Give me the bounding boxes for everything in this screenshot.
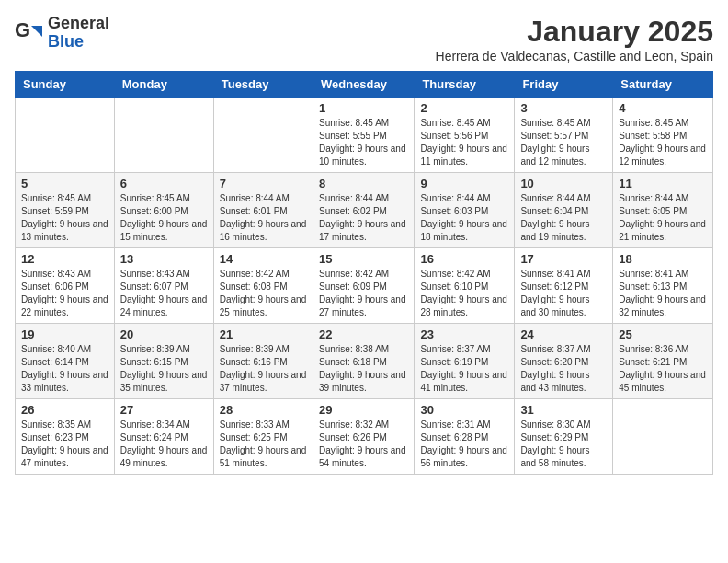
calendar-cell: 3Sunrise: 8:45 AM Sunset: 5:57 PM Daylig…	[515, 98, 613, 173]
calendar-cell: 9Sunrise: 8:44 AM Sunset: 6:03 PM Daylig…	[415, 173, 515, 248]
day-info: Sunrise: 8:39 AM Sunset: 6:16 PM Dayligh…	[220, 343, 307, 395]
calendar-header-monday: Monday	[114, 72, 213, 98]
day-info: Sunrise: 8:45 AM Sunset: 5:57 PM Dayligh…	[520, 117, 607, 168]
calendar-cell: 13Sunrise: 8:43 AM Sunset: 6:07 PM Dayli…	[114, 248, 213, 324]
day-number: 4	[619, 101, 707, 115]
calendar-cell	[213, 98, 313, 173]
calendar-cell: 16Sunrise: 8:42 AM Sunset: 6:10 PM Dayli…	[415, 248, 515, 324]
day-info: Sunrise: 8:44 AM Sunset: 6:03 PM Dayligh…	[420, 192, 508, 244]
calendar-cell: 19Sunrise: 8:40 AM Sunset: 6:14 PM Dayli…	[16, 324, 115, 399]
day-info: Sunrise: 8:44 AM Sunset: 6:04 PM Dayligh…	[520, 192, 607, 244]
calendar-cell: 20Sunrise: 8:39 AM Sunset: 6:15 PM Dayli…	[114, 324, 213, 399]
day-info: Sunrise: 8:35 AM Sunset: 6:23 PM Dayligh…	[21, 419, 108, 470]
day-info: Sunrise: 8:38 AM Sunset: 6:18 PM Dayligh…	[319, 343, 408, 395]
svg-text:G: G	[15, 18, 30, 41]
day-number: 2	[420, 101, 508, 115]
calendar-cell: 29Sunrise: 8:32 AM Sunset: 6:26 PM Dayli…	[313, 399, 414, 475]
day-number: 6	[120, 177, 208, 190]
month-title: January 2025	[436, 15, 713, 49]
calendar-cell: 4Sunrise: 8:45 AM Sunset: 5:58 PM Daylig…	[613, 98, 713, 173]
calendar-header-saturday: Saturday	[613, 72, 713, 98]
day-number: 7	[220, 177, 307, 190]
calendar-cell	[16, 98, 115, 173]
day-number: 11	[619, 177, 707, 190]
calendar-cell: 14Sunrise: 8:42 AM Sunset: 6:08 PM Dayli…	[213, 248, 313, 324]
calendar-cell	[613, 399, 713, 475]
calendar-header-friday: Friday	[515, 72, 613, 98]
day-info: Sunrise: 8:41 AM Sunset: 6:13 PM Dayligh…	[619, 268, 707, 319]
day-number: 8	[319, 177, 408, 190]
day-info: Sunrise: 8:39 AM Sunset: 6:15 PM Dayligh…	[120, 343, 208, 395]
day-info: Sunrise: 8:43 AM Sunset: 6:06 PM Dayligh…	[21, 268, 108, 319]
day-info: Sunrise: 8:43 AM Sunset: 6:07 PM Dayligh…	[120, 268, 208, 319]
calendar-week-row: 1Sunrise: 8:45 AM Sunset: 5:55 PM Daylig…	[16, 98, 713, 173]
calendar-header-thursday: Thursday	[415, 72, 515, 98]
day-number: 14	[220, 252, 307, 266]
day-info: Sunrise: 8:33 AM Sunset: 6:25 PM Dayligh…	[220, 419, 307, 470]
day-number: 28	[220, 403, 307, 417]
day-number: 13	[120, 252, 208, 266]
day-info: Sunrise: 8:45 AM Sunset: 5:56 PM Dayligh…	[420, 117, 508, 168]
day-number: 29	[319, 403, 408, 417]
calendar-cell: 28Sunrise: 8:33 AM Sunset: 6:25 PM Dayli…	[213, 399, 313, 475]
calendar-header-row: SundayMondayTuesdayWednesdayThursdayFrid…	[16, 72, 713, 98]
day-info: Sunrise: 8:44 AM Sunset: 6:05 PM Dayligh…	[619, 192, 707, 244]
logo-icon: G	[15, 18, 44, 48]
logo: G General Blue	[15, 15, 109, 52]
day-info: Sunrise: 8:31 AM Sunset: 6:28 PM Dayligh…	[420, 419, 508, 470]
calendar-cell: 30Sunrise: 8:31 AM Sunset: 6:28 PM Dayli…	[415, 399, 515, 475]
header: G General Blue January 2025 Herrera de V…	[15, 15, 713, 63]
day-info: Sunrise: 8:40 AM Sunset: 6:14 PM Dayligh…	[21, 343, 108, 395]
calendar-week-row: 19Sunrise: 8:40 AM Sunset: 6:14 PM Dayli…	[16, 324, 713, 399]
day-number: 24	[520, 327, 607, 341]
calendar-cell: 8Sunrise: 8:44 AM Sunset: 6:02 PM Daylig…	[313, 173, 414, 248]
day-number: 19	[21, 327, 108, 341]
day-number: 9	[420, 177, 508, 190]
calendar-week-row: 12Sunrise: 8:43 AM Sunset: 6:06 PM Dayli…	[16, 248, 713, 324]
day-info: Sunrise: 8:45 AM Sunset: 5:59 PM Dayligh…	[21, 192, 108, 244]
calendar-cell: 15Sunrise: 8:42 AM Sunset: 6:09 PM Dayli…	[313, 248, 414, 324]
day-number: 15	[319, 252, 408, 266]
calendar-header-tuesday: Tuesday	[213, 72, 313, 98]
calendar-cell: 27Sunrise: 8:34 AM Sunset: 6:24 PM Dayli…	[114, 399, 213, 475]
calendar-cell: 11Sunrise: 8:44 AM Sunset: 6:05 PM Dayli…	[613, 173, 713, 248]
day-number: 17	[520, 252, 607, 266]
day-info: Sunrise: 8:32 AM Sunset: 6:26 PM Dayligh…	[319, 419, 408, 470]
day-number: 23	[420, 327, 508, 341]
day-number: 1	[319, 101, 408, 115]
day-number: 26	[21, 403, 108, 417]
day-number: 5	[21, 177, 108, 190]
calendar-cell: 22Sunrise: 8:38 AM Sunset: 6:18 PM Dayli…	[313, 324, 414, 399]
calendar-cell: 17Sunrise: 8:41 AM Sunset: 6:12 PM Dayli…	[515, 248, 613, 324]
day-number: 31	[520, 403, 607, 417]
day-info: Sunrise: 8:34 AM Sunset: 6:24 PM Dayligh…	[120, 419, 208, 470]
calendar-cell: 7Sunrise: 8:44 AM Sunset: 6:01 PM Daylig…	[213, 173, 313, 248]
calendar-cell: 25Sunrise: 8:36 AM Sunset: 6:21 PM Dayli…	[613, 324, 713, 399]
day-info: Sunrise: 8:30 AM Sunset: 6:29 PM Dayligh…	[520, 419, 607, 470]
day-info: Sunrise: 8:42 AM Sunset: 6:10 PM Dayligh…	[420, 268, 508, 319]
day-number: 22	[319, 327, 408, 341]
calendar-cell: 12Sunrise: 8:43 AM Sunset: 6:06 PM Dayli…	[16, 248, 115, 324]
day-number: 27	[120, 403, 208, 417]
day-info: Sunrise: 8:42 AM Sunset: 6:09 PM Dayligh…	[319, 268, 408, 319]
day-info: Sunrise: 8:36 AM Sunset: 6:21 PM Dayligh…	[619, 343, 707, 395]
calendar-cell: 10Sunrise: 8:44 AM Sunset: 6:04 PM Dayli…	[515, 173, 613, 248]
day-number: 21	[220, 327, 307, 341]
calendar-cell: 21Sunrise: 8:39 AM Sunset: 6:16 PM Dayli…	[213, 324, 313, 399]
calendar-cell: 23Sunrise: 8:37 AM Sunset: 6:19 PM Dayli…	[415, 324, 515, 399]
day-info: Sunrise: 8:44 AM Sunset: 6:01 PM Dayligh…	[220, 192, 307, 244]
calendar-week-row: 5Sunrise: 8:45 AM Sunset: 5:59 PM Daylig…	[16, 173, 713, 248]
calendar-table: SundayMondayTuesdayWednesdayThursdayFrid…	[15, 71, 713, 475]
calendar-cell: 1Sunrise: 8:45 AM Sunset: 5:55 PM Daylig…	[313, 98, 414, 173]
day-number: 10	[520, 177, 607, 190]
title-area: January 2025 Herrera de Valdecanas, Cast…	[436, 15, 713, 63]
calendar-header-wednesday: Wednesday	[313, 72, 414, 98]
logo-general-text: General	[48, 15, 109, 33]
day-info: Sunrise: 8:45 AM Sunset: 6:00 PM Dayligh…	[120, 192, 208, 244]
calendar-cell: 5Sunrise: 8:45 AM Sunset: 5:59 PM Daylig…	[16, 173, 115, 248]
calendar-cell: 24Sunrise: 8:37 AM Sunset: 6:20 PM Dayli…	[515, 324, 613, 399]
day-info: Sunrise: 8:42 AM Sunset: 6:08 PM Dayligh…	[220, 268, 307, 319]
location-subtitle: Herrera de Valdecanas, Castille and Leon…	[436, 49, 713, 63]
logo-blue-text: Blue	[48, 33, 109, 52]
calendar-week-row: 26Sunrise: 8:35 AM Sunset: 6:23 PM Dayli…	[16, 399, 713, 475]
